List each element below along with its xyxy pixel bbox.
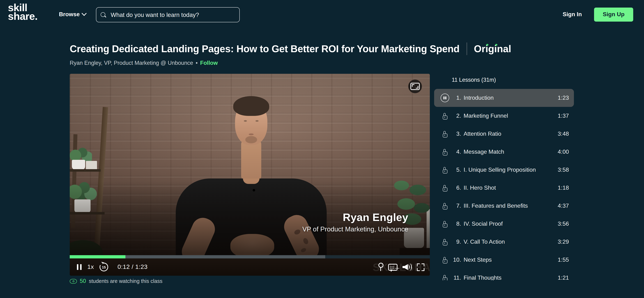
- lesson-row-2[interactable]: 2. Marketing Funnel 1:37: [434, 107, 574, 125]
- speaker-name: Ryan Engley: [302, 211, 408, 223]
- pause-circle-icon: [440, 94, 449, 102]
- pin-icon[interactable]: [378, 263, 383, 271]
- plant: [70, 180, 98, 201]
- pause-button[interactable]: [77, 264, 82, 270]
- shelf: [70, 212, 104, 215]
- logo-line2: share.: [8, 12, 38, 21]
- lesson-row-6[interactable]: 6. II. Hero Shot 1:18: [434, 179, 574, 197]
- lower-third: Ryan Engley VP of Product Marketing, Unb…: [302, 211, 408, 233]
- lesson-row-9[interactable]: 9. V. Call To Action 3:29: [434, 233, 574, 251]
- volume-icon[interactable]: [402, 263, 412, 271]
- lock-icon: [442, 259, 447, 263]
- lessons-header: 11 Lessons (31m): [452, 77, 496, 83]
- follow-link[interactable]: Follow: [200, 60, 218, 66]
- lessons-list: 1. Introduction 1:23 2. Marketing Funnel…: [434, 89, 574, 280]
- lock-icon: [442, 151, 447, 155]
- title-divider: [466, 43, 467, 55]
- browse-label: Browse: [59, 11, 80, 18]
- progress-bar[interactable]: [70, 255, 430, 258]
- rewind-15-button[interactable]: 15: [100, 263, 108, 271]
- sign-in-button[interactable]: Sign In: [562, 11, 582, 18]
- speaker-person: [235, 100, 268, 145]
- lapel-mic: [253, 189, 255, 192]
- lock-icon: [442, 277, 447, 280]
- header-actions: Sign In Sign Up: [562, 0, 633, 29]
- original-badge: Original: [474, 43, 511, 55]
- chevron-down-icon: [82, 11, 86, 16]
- lesson-row-7[interactable]: 7. III. Features and Benefits 4:37: [434, 197, 574, 215]
- video-controls: SKILLSHARE 1x 15 0:12 / 1:23: [70, 258, 430, 276]
- captions-icon[interactable]: [388, 264, 398, 270]
- video-frame: Ryan Engley VP of Product Marketing, Unb…: [70, 74, 430, 258]
- controls-right: [378, 263, 424, 271]
- plant-pot: [72, 160, 85, 170]
- title-row: Creating Dedicated Landing Pages: How to…: [70, 43, 511, 55]
- author-row: Ryan Engley, VP, Product Marketing @ Unb…: [70, 60, 218, 66]
- plant: [70, 147, 92, 161]
- plant-pot: [74, 199, 90, 213]
- lock-icon: [442, 241, 447, 245]
- lesson-row-5[interactable]: 5. I. Unique Selling Proposition 3:58: [434, 161, 574, 179]
- lesson-row-3[interactable]: 3. Attention Ratio 3:48: [434, 125, 574, 143]
- search-input[interactable]: [110, 11, 235, 19]
- shelf-rail: [71, 134, 78, 228]
- speaker-person: [178, 214, 218, 258]
- fullscreen-icon[interactable]: [417, 263, 424, 271]
- search-icon: [100, 12, 106, 18]
- planter: [426, 209, 430, 258]
- lesson-row-10[interactable]: 10. Next Steps 1:55: [434, 251, 574, 269]
- lock-icon: [442, 187, 447, 191]
- watching-count: 50: [80, 278, 86, 284]
- lesson-row-11[interactable]: 11. Final Thoughts 1:21: [434, 269, 574, 280]
- lock-icon: [442, 115, 447, 119]
- lesson-row-8[interactable]: 8. IV. Social Proof 3:56: [434, 215, 574, 233]
- lock-icon: [442, 133, 447, 137]
- page: skill share. Browse Sign In Sign Up Crea…: [0, 0, 644, 298]
- lock-icon: [442, 223, 447, 227]
- author-separator: •: [196, 60, 198, 66]
- theater-mode-button[interactable]: [408, 80, 422, 93]
- search-bar[interactable]: [96, 7, 240, 22]
- watching-text: students are watching this class: [89, 278, 162, 284]
- theater-mode-icon: [410, 83, 420, 90]
- speaker-title: VP of Product Marketing, Unbounce: [302, 225, 408, 233]
- shelf: [70, 169, 100, 172]
- playback-speed-button[interactable]: 1x: [87, 263, 94, 271]
- page-title: Creating Dedicated Landing Pages: How to…: [70, 43, 460, 55]
- video-player[interactable]: Ryan Engley VP of Product Marketing, Unb…: [70, 74, 430, 276]
- eye-icon: [70, 279, 77, 283]
- controls-left: 1x 15 0:12 / 1:23: [77, 263, 148, 271]
- browse-menu[interactable]: Browse: [59, 0, 86, 29]
- lock-icon: [442, 205, 447, 209]
- lesson-row-1[interactable]: 1. Introduction 1:23: [434, 89, 574, 107]
- shelf-rail: [94, 107, 108, 258]
- speaker-person: [241, 139, 261, 181]
- skillshare-logo[interactable]: skill share.: [8, 3, 38, 21]
- speaker-person: [243, 179, 260, 184]
- sign-up-button[interactable]: Sign Up: [594, 7, 633, 22]
- lock-icon: [442, 169, 447, 173]
- shelf-box: [86, 161, 97, 170]
- watching-line: 50 students are watching this class: [70, 278, 162, 284]
- time-display: 0:12 / 1:23: [118, 263, 148, 271]
- progress-played: [70, 255, 126, 258]
- author-line: Ryan Engley, VP, Product Marketing @ Unb…: [70, 60, 193, 66]
- speaker-person: [230, 234, 274, 258]
- lesson-row-4[interactable]: 4. Message Match 4:00: [434, 143, 574, 161]
